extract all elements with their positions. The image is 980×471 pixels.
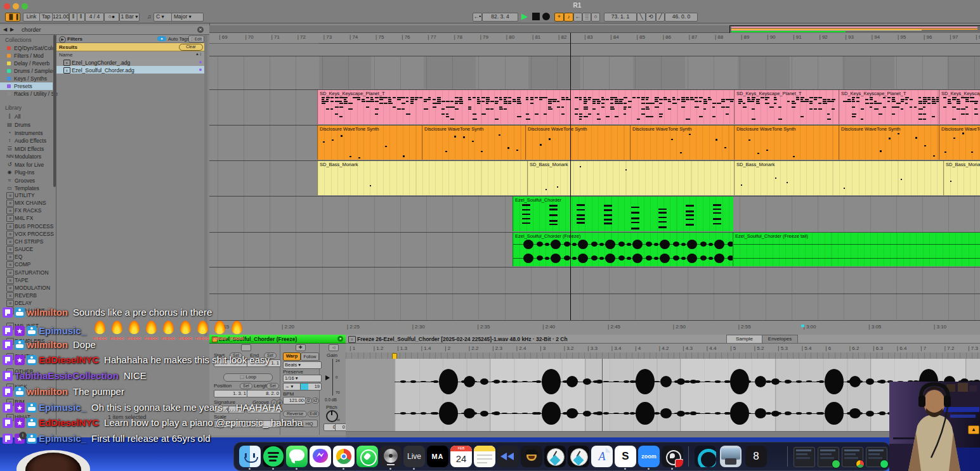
punch-in-button[interactable]: ╲ (637, 13, 646, 22)
chat-username[interactable]: wilmilton (27, 386, 68, 397)
sidebar-item-library[interactable]: ⫿All (0, 113, 53, 120)
arrangement-clip-synth[interactable]: Disclosure WaveTone Synth (734, 126, 839, 160)
hiq-button[interactable]: HiQ (301, 420, 318, 427)
sidebar-item-library[interactable]: ≡COMP (0, 261, 53, 268)
key-root-chooser[interactable]: C ▾ (154, 13, 173, 22)
sample-insert-marker[interactable] (602, 359, 603, 431)
tab-selector-icon[interactable]: ▐▌▐ (5, 13, 20, 22)
sidebar-item-library[interactable]: ◉Plug-Ins (0, 169, 53, 176)
search-input[interactable]: chorder (22, 27, 186, 34)
chat-username[interactable]: TabithaEssieCollection (15, 370, 119, 381)
sidebar-item-library[interactable]: ≡MODULATION (0, 284, 53, 292)
sidebar-item-library[interactable]: ≡M4L FX (0, 214, 53, 222)
metronome-toggle[interactable]: ○● (104, 13, 119, 22)
notes-dock-icon[interactable] (474, 446, 495, 467)
arrangement-clip-keys[interactable]: SD_Keys_Keyscape_Pianet_T (839, 90, 939, 124)
loop-start-field[interactable]: 73. 1. 1 (604, 13, 637, 22)
sidebar-item-library[interactable]: ≈Grooves (0, 177, 53, 184)
warp-mode-chooser[interactable]: Beats ▾ (283, 361, 322, 369)
quantize-chooser[interactable]: 1 Bar ▾ (119, 13, 140, 22)
follow-button[interactable]: Follow (301, 352, 319, 361)
midi-overdub-button[interactable]: ♪ (564, 13, 573, 22)
arrangement-clip-bass[interactable]: SD_Bass_Monark (317, 161, 528, 195)
traffic-light-minimize[interactable] (13, 3, 19, 10)
chat-username[interactable]: wilmilton (27, 339, 68, 350)
arrangement-clip-chorder-midi[interactable]: Ezel_Soulful_Chorder (513, 197, 733, 231)
position-value-field[interactable]: 1. 3. 1 (214, 390, 248, 397)
stop-button[interactable] (532, 13, 540, 20)
sidebar-item-collection[interactable]: Drums / Samplers (0, 67, 53, 75)
sidebar-item-library[interactable]: ☲MIDI Effects (0, 145, 53, 153)
zoom-dock-icon[interactable]: zoom (638, 446, 660, 467)
arrangement-clip-keys[interactable]: SD_Keys_Keyscape_Pianet_T (734, 90, 839, 124)
tempo-field[interactable]: 121.00 (52, 13, 69, 22)
link-label[interactable]: Link (23, 13, 40, 22)
arrangement-clip-bass[interactable]: SD_Bass_Monark (943, 161, 980, 195)
chat-username[interactable]: EdDieselNYC (39, 417, 99, 428)
sidebar-item-library[interactable]: ≡SATURATION (0, 269, 53, 276)
arrangement-clip-bass[interactable]: SD_Bass_Monark (527, 161, 735, 195)
auto-tags-eye-icon[interactable]: ● (157, 36, 166, 41)
rewind-dock-icon[interactable] (497, 446, 519, 467)
chat-username[interactable]: Epimusic_ (39, 433, 86, 444)
reverse-button[interactable]: Reverse (283, 411, 307, 417)
session-record-button[interactable]: + (554, 13, 564, 22)
ma-app-dock-icon[interactable]: MA (427, 446, 448, 467)
arrangement-clip-chorder-freeze[interactable]: Ezel_Soulful_Chorder (Freeze tail) (733, 233, 980, 266)
sidebar-item-library[interactable]: ≡CH STRIPS (0, 238, 53, 245)
warp-button[interactable]: Warp (283, 352, 301, 361)
time-locator-dot[interactable] (801, 325, 804, 327)
spotify-dock-icon[interactable] (263, 446, 284, 467)
arrangement-clip-chorder-freeze[interactable]: Ezel_Soulful_Chorder (Freeze) (513, 233, 733, 266)
sidebar-item-collection[interactable]: Keys / Synths (0, 75, 53, 82)
sidebar-item-library[interactable]: ◔Instruments (0, 129, 53, 137)
browser-result-row[interactable]: ≡Ezel_LongChorder_.adg (56, 58, 204, 66)
arrangement-position-field[interactable]: 82. 3. 4 (482, 13, 518, 22)
bpm-double-button[interactable]: x2 (311, 397, 319, 404)
sidebar-item-library[interactable]: ≡REVERB (0, 292, 53, 299)
automation-button[interactable]: ○ (591, 13, 600, 22)
transient-loop-chooser[interactable]: → ▾ (283, 383, 302, 390)
clip-collapse-icon[interactable]: ● (337, 336, 343, 342)
dj-character-dock-icon[interactable] (521, 446, 542, 467)
clear-button[interactable]: Clear (179, 44, 203, 51)
sidebar-item-collection[interactable]: Delay / Reverb (0, 60, 53, 67)
whatsapp-dock-icon[interactable] (356, 446, 378, 467)
edit-button[interactable]: ⎕ Edit (188, 35, 204, 42)
tap-label[interactable]: Tap (39, 13, 53, 22)
obs-dock-icon[interactable] (662, 446, 683, 467)
sidebar-item-library[interactable]: ≡VOX PROCESS (0, 230, 53, 238)
sidebar-item-library[interactable]: ≡DELAY (0, 299, 53, 307)
arrangement-clip-keys[interactable]: SD_Keys_Keyscape_Pianet_T (939, 90, 980, 124)
results-scrollbar[interactable] (204, 35, 207, 336)
ableton-live-dock-icon[interactable]: Live (403, 446, 425, 467)
arrangement-clip-synth[interactable]: Disclosure WaveTone Synth (317, 126, 422, 160)
length-set-button[interactable]: Set (266, 383, 279, 389)
messenger-dock-icon[interactable] (310, 446, 331, 467)
loop-button[interactable]: ⬚ Loop (223, 373, 273, 382)
sidebar-item-library[interactable]: ↕Audio Effects (0, 137, 53, 145)
speaker-tab-icon[interactable]: ◁ (329, 344, 339, 351)
playhead[interactable] (570, 33, 571, 320)
eight-app-dock-icon[interactable]: 8 (745, 446, 767, 467)
key-scale-chooser[interactable]: Major ▾ (171, 13, 204, 22)
edit-button[interactable]: Edit (308, 411, 319, 417)
sample-scrollbar[interactable] (346, 431, 980, 437)
arrangement-clip-synth[interactable]: Disclosure WaveTone Synth (630, 126, 735, 160)
warp-tab-icon[interactable]: ✚ (296, 344, 306, 351)
sidebar-item-library[interactable]: ▤Drums (0, 121, 53, 129)
browser-forward-button[interactable]: ▶ (9, 27, 15, 33)
draw-mode-button[interactable]: ░ (582, 13, 591, 22)
window-thumb-spotify[interactable] (866, 447, 887, 467)
arrangement-clip-bass[interactable]: SD_Bass_Monark (734, 161, 944, 195)
document-a-dock-icon[interactable]: A (591, 446, 613, 467)
sidebar-item-library[interactable]: NNModulators (0, 153, 53, 160)
calendar-dock-icon[interactable]: FEB24 (450, 446, 472, 467)
arrangement-clip-synth[interactable]: Disclosure WaveTone Synth (525, 126, 630, 160)
window-thumb-messages[interactable] (818, 447, 839, 467)
sort-icon[interactable]: ▲ | (195, 52, 201, 56)
time-signature-field[interactable]: 4 / 4 (85, 13, 104, 22)
messages-dock-icon[interactable] (286, 446, 308, 467)
bpm-value-field[interactable]: 121.00 (283, 397, 306, 404)
traffic-light-zoom[interactable] (22, 3, 28, 10)
